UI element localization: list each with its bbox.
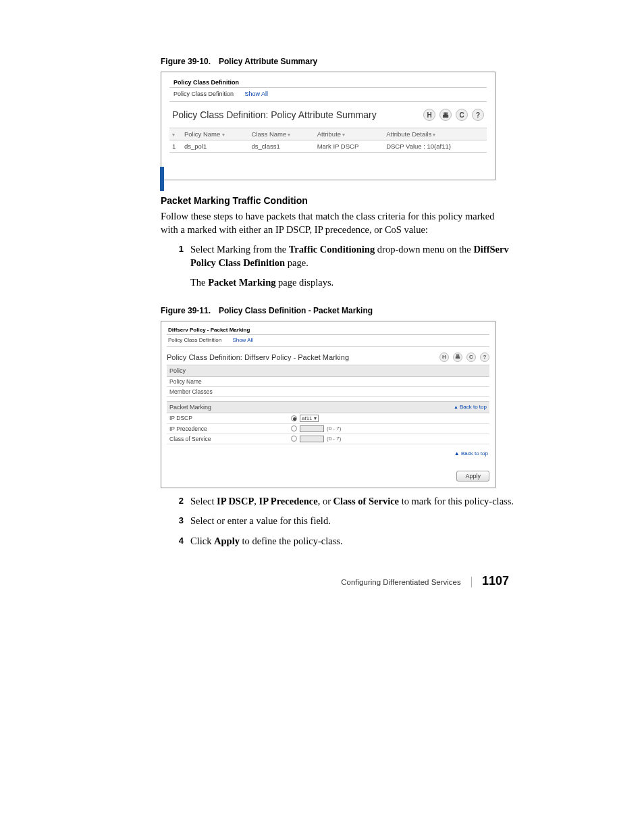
table-row: 1 ds_pol1 ds_class1 Mark IP DSCP DSCP Va… (169, 140, 487, 153)
attribute-summary-table: Policy Name Class Name Attribute Attribu… (169, 128, 487, 153)
step-1: 1 Select Marking from the Traffic Condit… (174, 243, 525, 290)
radio-ip-dscp[interactable] (291, 415, 297, 421)
subtab-show-all[interactable]: Show All (245, 90, 269, 97)
page-footer: Configuring Differentiated Services | 11… (81, 574, 509, 588)
panel-title: Policy Class Definition: Diffserv Policy… (167, 353, 349, 361)
col-policy-name[interactable]: Policy Name (182, 128, 249, 140)
refresh-icon[interactable]: C (466, 353, 476, 362)
row-member-classes: Member Classes (167, 387, 489, 397)
col-index[interactable] (169, 128, 182, 140)
help-icon[interactable]: ? (480, 353, 489, 362)
back-to-top-link[interactable]: Back to top (454, 404, 487, 410)
col-class-name[interactable]: Class Name (249, 128, 315, 140)
row-ip-dscp: IP DSCP af11 ▾ (167, 413, 489, 424)
subtab-policy-class-definition[interactable]: Policy Class Definition (168, 337, 221, 343)
radio-ip-precedence[interactable] (291, 425, 297, 432)
figure-caption-1: Figure 39-10.Policy Attribute Summary (161, 57, 576, 66)
figure-title-2: Policy Class Definition - Packet Marking (219, 306, 373, 315)
cell-attribute-details: DSCP Value : 10(af11) (383, 140, 487, 153)
row-ip-precedence: IP Precedence (0 - 7) (167, 424, 489, 434)
select-dscp-value[interactable]: af11 ▾ (300, 415, 319, 422)
refresh-icon[interactable]: C (456, 109, 468, 121)
cell-class-name: ds_class1 (249, 140, 315, 153)
footer-separator: | (471, 575, 473, 588)
scrollbar-accent (160, 167, 164, 191)
screenshot-packet-marking: Diffserv Policy - Packet Marking Policy … (161, 321, 495, 488)
footer-title: Configuring Differentiated Services (341, 578, 461, 586)
figure-caption-2: Figure 39-11.Policy Class Definition - P… (161, 306, 576, 315)
subtab-policy-class-definition[interactable]: Policy Class Definition (173, 90, 234, 97)
screenshot-policy-attribute-summary: Policy Class Definition Policy Class Def… (161, 72, 495, 180)
row-class-of-service: Class of Service (0 - 7) (167, 434, 489, 444)
save-icon[interactable]: H (439, 353, 449, 362)
subtab-show-all[interactable]: Show All (232, 337, 253, 343)
figure-title-1: Policy Attribute Summary (219, 57, 317, 66)
body-paragraph: Follow these steps to have packets that … (161, 210, 512, 236)
back-to-top-link[interactable]: ▲ Back to top (454, 450, 488, 457)
radio-class-of-service[interactable] (291, 436, 297, 442)
panel-title: Policy Class Definition: Policy Attribut… (172, 109, 377, 120)
print-icon[interactable]: 🖶 (453, 353, 462, 362)
step-4: 4 Click Apply to define the policy-class… (174, 535, 525, 548)
step-2: 2 Select IP DSCP, IP Precedence, or Clas… (174, 495, 525, 509)
breadcrumb: Policy Class Definition (169, 78, 487, 88)
help-icon[interactable]: ? (472, 109, 484, 121)
input-ip-precedence[interactable] (300, 425, 324, 432)
print-icon[interactable]: 🖶 (439, 109, 452, 121)
save-icon[interactable]: H (423, 109, 435, 121)
page-number: 1107 (482, 574, 509, 588)
col-attribute[interactable]: Attribute (315, 128, 383, 140)
step-3: 3 Select or enter a value for this field… (174, 515, 525, 528)
section-heading: Packet Marking Traffic Condition (161, 195, 576, 206)
section-packet-marking: Packet Marking Back to top (167, 401, 489, 413)
cell-policy-name: ds_pol1 (182, 140, 249, 153)
cell-attribute: Mark IP DSCP (315, 140, 383, 153)
section-policy: Policy (167, 365, 489, 377)
input-class-of-service[interactable] (300, 436, 324, 442)
col-attribute-details[interactable]: Attribute Details (383, 128, 487, 140)
figure-number-1: Figure 39-10. (161, 57, 211, 66)
apply-button[interactable]: Apply (456, 471, 489, 481)
breadcrumb: Diffserv Policy - Packet Marking (167, 325, 489, 335)
figure-number-2: Figure 39-11. (161, 306, 211, 315)
cell-index: 1 (169, 140, 182, 153)
row-policy-name: Policy Name (167, 377, 489, 387)
